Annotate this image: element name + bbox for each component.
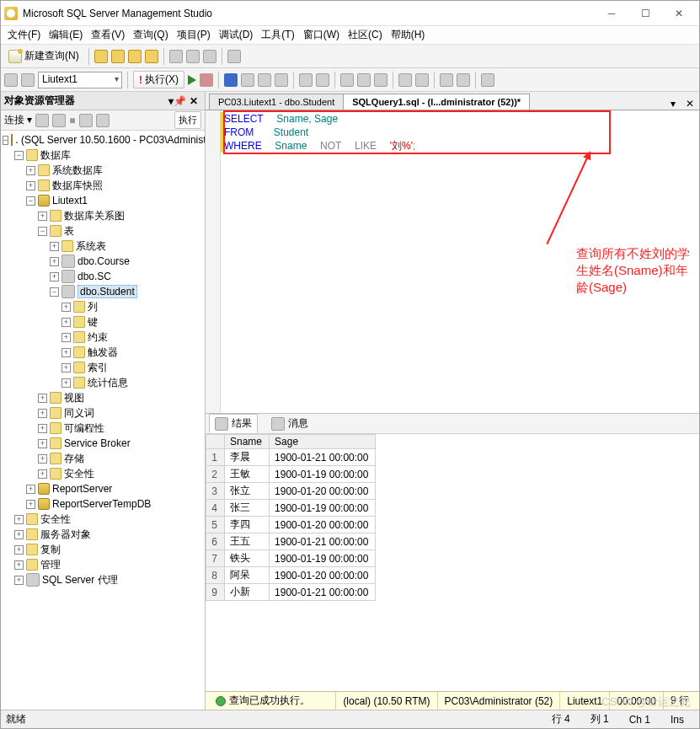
menu-view[interactable]: 查看(V): [88, 26, 128, 44]
tree-indexes[interactable]: 索引: [88, 361, 108, 375]
expander[interactable]: +: [61, 333, 71, 342]
stop-icon[interactable]: [200, 73, 213, 87]
tree-management[interactable]: 管理: [40, 558, 61, 572]
expander[interactable]: −: [3, 136, 8, 145]
tree-constraints[interactable]: 约束: [88, 330, 108, 345]
results-grid[interactable]: Sname Sage 1李晨1900-01-21 00:00:002王敏1900…: [206, 434, 376, 601]
tree-security-db[interactable]: 安全性: [64, 467, 94, 481]
messages-tab[interactable]: 消息: [266, 415, 313, 432]
results-grid-wrap[interactable]: Sname Sage 1李晨1900-01-21 00:00:002王敏1900…: [206, 434, 699, 691]
expander[interactable]: +: [61, 363, 71, 373]
tree-storage[interactable]: 存储: [64, 452, 84, 466]
expander[interactable]: +: [14, 560, 24, 570]
tree-reportservertemp[interactable]: ReportServerTempDB: [52, 498, 151, 510]
results-text-icon[interactable]: [340, 73, 354, 87]
refresh-icon[interactable]: [96, 114, 110, 127]
expander[interactable]: +: [50, 242, 59, 251]
cell-sname[interactable]: 王五: [225, 533, 270, 550]
save-icon[interactable]: [186, 50, 200, 63]
cell-sname[interactable]: 小新: [225, 584, 270, 601]
tree-sqlagent[interactable]: SQL Server 代理: [42, 573, 118, 587]
connect-icon-2[interactable]: [52, 114, 66, 127]
cell-sage[interactable]: 1900-01-19 00:00:00: [270, 550, 376, 567]
include-stats-icon[interactable]: [316, 73, 329, 87]
expander[interactable]: +: [38, 454, 47, 464]
tree-stats[interactable]: 统计信息: [88, 376, 128, 390]
expander[interactable]: +: [61, 378, 71, 388]
expander[interactable]: +: [14, 515, 24, 524]
tree-tables[interactable]: 表: [64, 224, 74, 239]
tree-columns[interactable]: 列: [88, 300, 98, 314]
tree-security[interactable]: 安全性: [40, 512, 71, 527]
uncomment-icon[interactable]: [415, 73, 429, 87]
expander[interactable]: +: [61, 318, 71, 327]
query-options-icon[interactable]: [258, 73, 271, 87]
tree-systables[interactable]: 系统表: [76, 239, 106, 254]
activity-icon[interactable]: [227, 50, 241, 63]
tab-query[interactable]: SQLQuery1.sql - (l...dministrator (52))*: [343, 94, 530, 110]
col-sname[interactable]: Sname: [225, 435, 270, 449]
cell-sname[interactable]: 张立: [225, 483, 270, 500]
col-sage[interactable]: Sage: [270, 435, 376, 449]
connect-icon-1[interactable]: [35, 114, 49, 127]
cell-sname[interactable]: 李四: [225, 517, 270, 533]
tree-sc[interactable]: dbo.SC: [77, 271, 111, 282]
cell-sage[interactable]: 1900-01-19 00:00:00: [270, 466, 376, 483]
expander[interactable]: +: [50, 257, 59, 266]
expander[interactable]: +: [14, 530, 24, 539]
expander[interactable]: +: [26, 181, 35, 190]
filter-icon[interactable]: [79, 114, 93, 127]
cell-sage[interactable]: 1900-01-21 00:00:00: [270, 584, 376, 601]
tree-course[interactable]: dbo.Course: [77, 255, 130, 267]
open-icon[interactable]: [169, 50, 183, 63]
expander[interactable]: +: [26, 500, 35, 509]
close-button[interactable]: ✕: [662, 3, 696, 24]
outdent-icon[interactable]: [457, 73, 470, 87]
expander[interactable]: −: [38, 227, 47, 236]
tree-servicebroker[interactable]: Service Broker: [64, 437, 131, 449]
tree-student[interactable]: dbo.Student: [77, 285, 137, 298]
cell-sage[interactable]: 1900-01-21 00:00:00: [270, 449, 376, 466]
toolbar-icon-3[interactable]: [128, 50, 142, 63]
table-row[interactable]: 6王五1900-01-21 00:00:00: [206, 533, 376, 550]
cell-sage[interactable]: 1900-01-20 00:00:00: [270, 517, 376, 533]
exec-small-button[interactable]: 执行: [174, 111, 201, 129]
expander[interactable]: +: [14, 545, 24, 555]
expander[interactable]: +: [26, 485, 35, 494]
toolbar-icon-2[interactable]: [111, 50, 125, 63]
parse-icon[interactable]: [224, 73, 238, 87]
expander[interactable]: +: [38, 439, 47, 448]
connection-icon[interactable]: [4, 73, 18, 87]
menu-file[interactable]: 文件(F): [4, 26, 44, 44]
expander[interactable]: +: [14, 576, 24, 585]
intellisense-icon[interactable]: [275, 73, 288, 87]
menu-query[interactable]: 查询(Q): [130, 26, 171, 44]
menu-tools[interactable]: 工具(T): [258, 26, 297, 44]
menu-edit[interactable]: 编辑(E): [45, 26, 86, 44]
cell-sname[interactable]: 张三: [225, 500, 270, 517]
toolbar-icon-4[interactable]: [145, 50, 158, 63]
sql-editor[interactable]: SELECT Sname, Sage FROM Student WHERE Sn…: [206, 110, 699, 414]
tree-keys[interactable]: 键: [88, 315, 98, 330]
expander[interactable]: +: [61, 348, 71, 357]
table-row[interactable]: 2王敏1900-01-19 00:00:00: [206, 466, 376, 483]
menu-window[interactable]: 窗口(W): [300, 26, 343, 44]
cell-sage[interactable]: 1900-01-20 00:00:00: [270, 567, 376, 584]
table-row[interactable]: 7铁头1900-01-19 00:00:00: [206, 550, 376, 567]
tree-programmability[interactable]: 可编程性: [64, 421, 104, 436]
comment-icon[interactable]: [398, 73, 412, 87]
expander[interactable]: +: [26, 166, 35, 175]
table-row[interactable]: 1李晨1900-01-21 00:00:00: [206, 449, 376, 466]
tree-dbdiagram[interactable]: 数据库关系图: [64, 209, 125, 223]
tabs-dropdown-icon[interactable]: ▾: [665, 98, 681, 110]
table-row[interactable]: 8阿呆1900-01-20 00:00:00: [206, 567, 376, 584]
tree-snapshot[interactable]: 数据库快照: [52, 179, 103, 193]
execute-button[interactable]: ! 执行(X): [133, 71, 184, 88]
sql-code[interactable]: SELECT Sname, Sage FROM Student WHERE Sn…: [224, 112, 415, 153]
expander[interactable]: +: [50, 272, 59, 281]
panel-pin-icon[interactable]: 📌: [174, 95, 186, 107]
cell-sname[interactable]: 李晨: [225, 449, 270, 466]
expander[interactable]: +: [38, 394, 47, 403]
maximize-button[interactable]: ☐: [628, 3, 662, 24]
table-row[interactable]: 4张三1900-01-19 00:00:00: [206, 500, 376, 517]
